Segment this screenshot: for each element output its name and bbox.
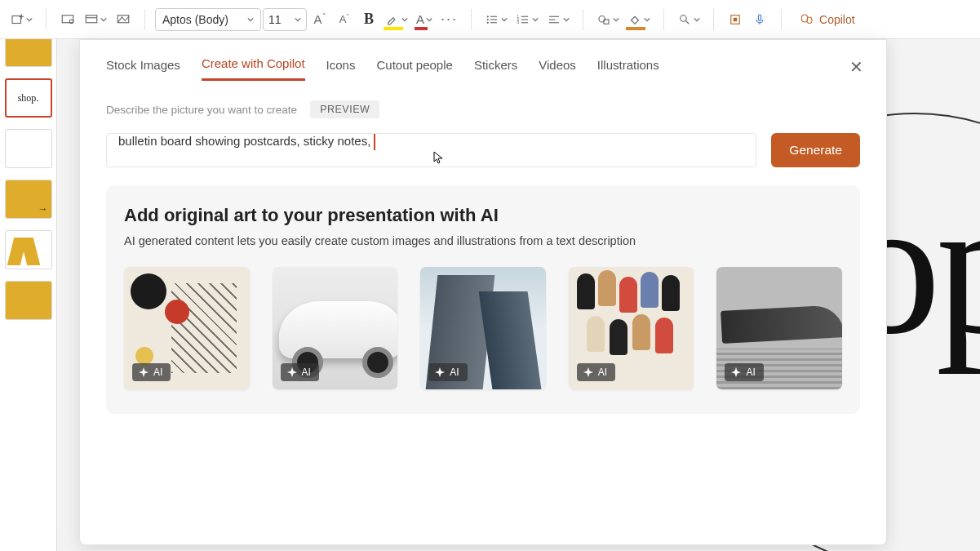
svg-point-9: [487, 18, 489, 20]
dialog-tabs: Stock Images Create with Copilot Icons C…: [80, 40, 886, 81]
tile-decoration: [587, 316, 605, 352]
ai-samples-row: AI AI AI: [124, 267, 842, 389]
workspace: shop. op Stock Images Create with Copilo…: [0, 39, 980, 551]
tile-decoration: [721, 304, 842, 344]
separator: [663, 9, 664, 30]
ai-badge: AI: [428, 363, 467, 381]
ribbon-group-view: [56, 8, 135, 31]
tab-stickers[interactable]: Stickers: [474, 58, 517, 80]
dictate-button[interactable]: [748, 8, 771, 31]
ai-badge: AI: [132, 363, 171, 381]
svg-point-25: [681, 15, 687, 21]
svg-point-8: [487, 16, 489, 17]
svg-rect-29: [759, 15, 761, 21]
tile-decoration: [662, 275, 680, 311]
bold-button[interactable]: B: [357, 8, 380, 31]
ai-sample-tile[interactable]: AI: [273, 267, 398, 389]
results-title: Add original art to your presentation wi…: [124, 205, 842, 226]
tile-decoration: [610, 319, 627, 355]
copilot-button[interactable]: Copilot: [792, 9, 863, 30]
ribbon-group-paragraph: 123: [481, 8, 573, 31]
font-size-text: 11: [268, 13, 282, 26]
font-name-text: Aptos (Body): [162, 13, 228, 26]
shape-fill-button[interactable]: [624, 8, 654, 31]
font-size-select[interactable]: 11: [263, 8, 307, 31]
tile-decoration: [362, 347, 393, 378]
ai-badge: AI: [281, 363, 319, 381]
ai-badge: AI: [577, 363, 615, 381]
tile-decoration: [632, 314, 650, 350]
slide-thumbnail-6[interactable]: [5, 281, 52, 320]
ai-sample-tile[interactable]: AI: [124, 267, 250, 389]
prompt-input-row: bulletin board showing postcards, sticky…: [80, 118, 886, 167]
image-picker-dialog: Stock Images Create with Copilot Icons C…: [79, 39, 887, 545]
ai-sample-tile[interactable]: AI: [420, 267, 546, 389]
prompt-label: Describe the picture you want to create: [106, 104, 297, 116]
separator: [46, 9, 47, 30]
find-button[interactable]: [674, 8, 703, 31]
slide-thumbnail-3[interactable]: [5, 129, 52, 168]
slide-thumbnail-4[interactable]: [5, 180, 52, 219]
generate-button[interactable]: Generate: [771, 133, 860, 167]
increase-font-button[interactable]: A˄: [308, 8, 331, 31]
font-name-select[interactable]: Aptos (Body): [155, 8, 261, 31]
slide-thumb-text: shop.: [18, 92, 39, 104]
slideshow-preview-button[interactable]: [56, 8, 79, 31]
tile-decoration: [171, 283, 237, 373]
slide-thumbnail-2[interactable]: shop.: [5, 78, 52, 118]
ribbon-group-font: Aptos (Body) 11 A˄ A˅ B A ···: [155, 8, 461, 31]
separator: [781, 9, 782, 30]
ai-sample-tile[interactable]: AI: [716, 267, 842, 389]
numbering-button[interactable]: 123: [512, 8, 542, 31]
thumbnail-panel: shop.: [0, 39, 57, 551]
prompt-input[interactable]: bulletin board showing postcards, sticky…: [106, 133, 756, 167]
svg-rect-0: [12, 16, 21, 23]
more-font-button[interactable]: ···: [437, 8, 461, 31]
tile-decoration: [641, 272, 659, 308]
slide-thumbnail-5[interactable]: [5, 230, 52, 269]
svg-text:3: 3: [517, 20, 520, 24]
preview-chip: PREVIEW: [310, 100, 379, 118]
ribbon-group-addins: [724, 8, 771, 31]
separator: [144, 9, 145, 30]
ribbon-group-shape: [593, 8, 654, 31]
mouse-cursor-icon: [432, 151, 446, 167]
new-slide-button[interactable]: [7, 8, 36, 31]
tab-create-with-copilot[interactable]: Create with Copilot: [202, 56, 305, 81]
tab-stock-images[interactable]: Stock Images: [106, 58, 180, 80]
tab-cutout-people[interactable]: Cutout people: [376, 58, 452, 80]
tab-icons[interactable]: Icons: [326, 58, 356, 80]
ai-sample-tile[interactable]: AI: [569, 267, 694, 389]
prompt-input-text: bulletin board showing postcards, sticky…: [118, 134, 370, 148]
designer-button[interactable]: [112, 8, 135, 31]
slide-thumbnail-1[interactable]: [5, 39, 52, 67]
bullets-button[interactable]: [481, 8, 511, 31]
ribbon-toolbar: Aptos (Body) 11 A˄ A˅ B A ··· 123 Copilo…: [0, 0, 980, 39]
dialog-close-button[interactable]: ✕: [842, 53, 870, 81]
highlight-button[interactable]: [382, 8, 411, 31]
ribbon-group-slide: [7, 8, 36, 31]
tile-decoration: [478, 291, 541, 389]
svg-point-10: [487, 21, 489, 23]
separator: [471, 9, 472, 30]
tile-decoration: [655, 318, 673, 353]
text-caret: [374, 134, 375, 150]
shapes-button[interactable]: [593, 8, 623, 31]
separator: [713, 9, 714, 30]
tab-videos[interactable]: Videos: [539, 58, 576, 80]
addins-button[interactable]: [724, 8, 747, 31]
tab-illustrations[interactable]: Illustrations: [597, 58, 659, 80]
decrease-font-button[interactable]: A˅: [333, 8, 356, 31]
svg-rect-5: [86, 15, 97, 22]
prompt-header-row: Describe the picture you want to create …: [80, 81, 886, 118]
tile-decoration: [598, 270, 616, 306]
results-subtitle: AI generated content lets you easily cre…: [124, 234, 842, 247]
align-button[interactable]: [543, 8, 573, 31]
ai-badge: AI: [725, 363, 763, 381]
layout-button[interactable]: [81, 8, 110, 31]
svg-line-26: [686, 20, 690, 24]
results-card: Add original art to your presentation wi…: [106, 185, 860, 414]
copilot-label: Copilot: [819, 13, 855, 26]
tile-decoration: [135, 347, 153, 365]
font-color-button[interactable]: A: [413, 8, 436, 31]
